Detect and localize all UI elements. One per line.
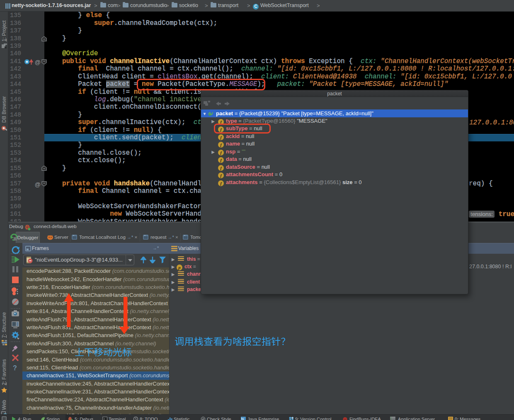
svg-text:@: @ [35, 181, 41, 188]
svg-text:?: ? [13, 364, 17, 371]
svg-text:@: @ [35, 59, 41, 66]
